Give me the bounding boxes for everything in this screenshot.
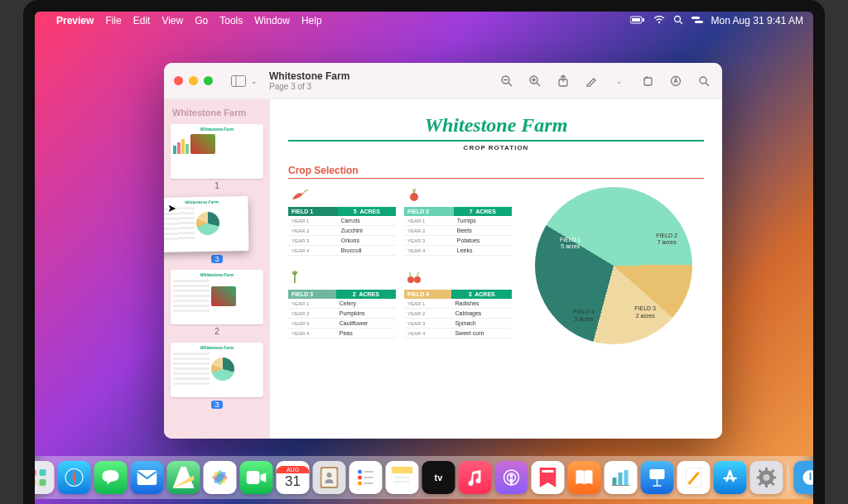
field-tables: FIELD 15 ACRES YEAR 1Carrots YEAR 2Zucch… [288,187,512,344]
svg-line-14 [537,83,540,86]
window-minimize-button[interactable] [189,76,198,85]
menu-tools[interactable]: Tools [219,15,243,26]
svg-rect-7 [695,21,703,23]
svg-point-49 [358,476,362,480]
svg-point-4 [674,16,680,22]
dock-system-preferences-icon[interactable] [750,461,783,494]
thumbnail-sidebar[interactable]: Whitestone Farm Whitestone Farm 1 Whites… [164,99,270,439]
thumbnail-page-number: 2 [171,327,263,336]
page-thumbnail[interactable]: Whitestone Farm [171,270,263,324]
page-thumbnail[interactable]: Whitestone Farm [171,343,263,397]
dock-pages-icon[interactable] [677,461,711,494]
battery-icon[interactable] [630,15,645,26]
zoom-in-button[interactable] [528,74,542,88]
svg-rect-53 [392,467,413,473]
svg-line-11 [508,83,512,86]
svg-rect-65 [650,469,665,479]
menu-go[interactable]: Go [195,15,208,26]
titlebar[interactable]: ⌄ Whitestone Farm Page 3 of 3 ⌄ [164,63,722,99]
rotate-button[interactable] [641,74,654,88]
svg-rect-42 [247,471,260,484]
preview-window: ⌄ Whitestone Farm Page 3 of 3 ⌄ Whitesto… [164,63,722,439]
dock-notes-icon[interactable] [386,461,419,494]
svg-point-47 [358,470,362,474]
svg-point-23 [410,193,418,201]
svg-point-24 [407,276,414,283]
dock-facetime-icon[interactable] [240,461,273,494]
window-zoom-button[interactable] [204,76,213,85]
menubar-clock[interactable]: Mon Aug 31 9:41 AM [711,15,803,26]
dock-appstore-icon[interactable] [714,461,747,494]
svg-rect-6 [691,17,700,19]
highlight-button[interactable] [669,74,682,88]
window-title: Whitestone Farm [269,70,489,82]
sidebar-toggle-button[interactable] [228,72,249,90]
svg-line-77 [759,482,762,485]
dock-maps-icon[interactable] [167,461,200,494]
menu-window[interactable]: Window [254,15,290,26]
dock-reminders-icon[interactable] [349,461,383,494]
window-close-button[interactable] [174,76,183,85]
dock-books-icon[interactable] [568,461,601,494]
dock-mail-icon[interactable] [131,461,164,494]
search-button[interactable] [697,74,711,88]
dock-music-icon[interactable] [459,461,492,494]
svg-point-51 [358,482,362,486]
share-button[interactable] [556,74,570,88]
dock-calendar-icon[interactable]: AUG31 [277,461,310,494]
svg-point-46 [327,473,332,478]
svg-rect-62 [619,473,623,485]
svg-rect-1 [632,18,640,22]
dock-photos-icon[interactable] [204,461,237,494]
doc-subtitle: CROP ROTATION [288,144,704,151]
dock-safari-icon[interactable] [58,461,91,494]
menubar: Preview File Edit View Go Tools Window H… [35,12,813,30]
field-3-block: FIELD 32 ACRES YEAR 1Celery YEAR 2Pumpki… [288,270,396,344]
dock-keynote-icon[interactable] [641,461,674,494]
field-4-block: FIELD 43 ACRES YEAR 1Radishes YEAR 2Cabb… [404,270,512,344]
field-2-block: FIELD 27 ACRES YEAR 1Turnips YEAR 2Beets… [404,187,512,262]
markup-dropdown-chevron-icon[interactable]: ⌄ [613,74,626,88]
dock-news-icon[interactable] [532,461,565,494]
svg-line-78 [772,470,774,473]
svg-rect-31 [40,479,46,486]
dock-launchpad-icon[interactable] [35,461,55,494]
menu-edit[interactable]: Edit [133,15,151,26]
control-center-icon[interactable] [691,15,703,26]
dock-messages-icon[interactable] [94,461,128,494]
svg-rect-2 [643,18,644,22]
view-options-chevron-icon[interactable]: ⌄ [251,77,258,85]
dock-downloads-icon[interactable] [794,461,814,494]
menu-file[interactable]: File [105,15,121,26]
svg-rect-61 [613,478,617,485]
dock-tv-icon[interactable]: tv [422,461,455,494]
dock-contacts-icon[interactable] [313,461,346,494]
dock-podcasts-icon[interactable] [495,461,528,494]
svg-line-5 [680,22,682,24]
dock-numbers-icon[interactable] [605,461,638,494]
zoom-out-button[interactable] [500,74,513,88]
thumbnail-page-number: 3 [171,254,263,263]
wifi-icon[interactable] [653,15,665,26]
field-1-block: FIELD 15 ACRES YEAR 1Carrots YEAR 2Zucch… [288,187,396,262]
svg-line-76 [772,482,774,485]
page-thumbnail-dragging[interactable]: Whitestone Farm [164,196,249,252]
svg-rect-29 [40,469,46,476]
svg-rect-19 [644,78,652,85]
menu-view[interactable]: View [161,15,183,26]
svg-line-75 [759,470,762,473]
thumbnail-page-number: 1 [171,181,263,190]
menu-help[interactable]: Help [301,15,322,26]
svg-rect-63 [624,470,629,485]
section-heading: Crop Selection [288,165,704,176]
spotlight-icon[interactable] [673,15,683,27]
svg-rect-8 [232,75,246,86]
dock-separator [788,463,789,492]
page-thumbnail[interactable]: Whitestone Farm [171,124,263,179]
markup-button[interactable] [585,74,598,88]
app-menu[interactable]: Preview [56,15,94,26]
window-subtitle: Page 3 of 3 [269,82,489,91]
dock: AUG31 tv [35,456,813,499]
svg-rect-60 [542,470,554,473]
svg-point-21 [700,77,706,84]
